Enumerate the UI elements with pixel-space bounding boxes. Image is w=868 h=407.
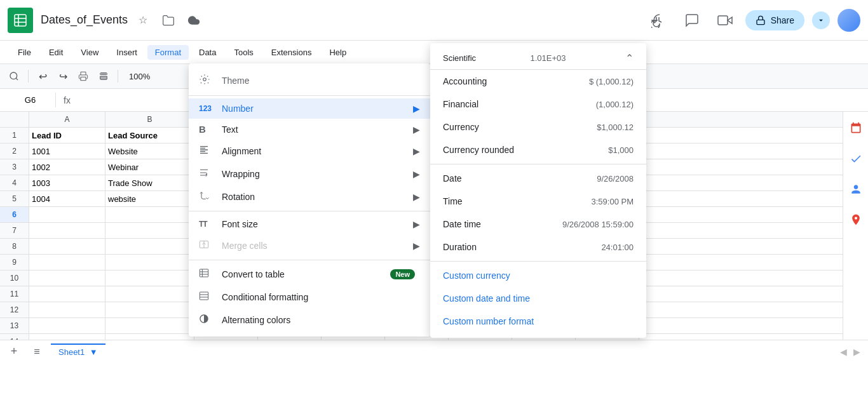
row-num-13[interactable]: 13 [0,318,29,333]
col-header-A[interactable]: A [29,112,105,127]
cell-A4[interactable]: 1003 [29,175,105,190]
user-avatar[interactable] [837,9,860,32]
cell-A9[interactable] [29,255,105,270]
cell-A2[interactable]: 1001 [29,143,105,159]
menu-tools[interactable]: Tools [226,45,261,60]
cell-B4[interactable]: Trade Show [105,175,194,190]
format-menu-alternating[interactable]: Alternating colors [189,309,430,331]
submenu-collapse-icon[interactable]: ⌃ [625,52,634,64]
row-num-6[interactable]: 6 [0,207,29,222]
cell-B2[interactable]: Website [105,143,194,159]
cell-A8[interactable] [29,239,105,254]
row-num-3[interactable]: 3 [0,159,29,175]
format-menu-text[interactable]: B Text ▶ [189,119,430,140]
cell-A13[interactable] [29,318,105,333]
sheet-list-button[interactable]: ≡ [28,343,46,361]
num-currency[interactable]: Currency $1,000.12 [430,116,646,138]
cell-A7[interactable] [29,223,105,238]
num-currency-rounded[interactable]: Currency rounded $1,000 [430,138,646,161]
menu-extensions[interactable]: Extensions [264,45,320,60]
cell-A1[interactable]: Lead ID [29,128,105,143]
row-num-11[interactable]: 11 [0,286,29,302]
format-menu-wrapping[interactable]: Wrapping ▶ [189,163,430,185]
scroll-left-icon[interactable]: ◀ [837,345,850,358]
cell-B10[interactable] [105,270,194,286]
cell-A11[interactable] [29,286,105,302]
cell-A10[interactable] [29,270,105,286]
row-num-2[interactable]: 2 [0,143,29,159]
menu-insert[interactable]: Insert [109,45,145,60]
format-menu-theme[interactable]: Theme [189,69,430,93]
scroll-right-icon[interactable]: ▶ [851,345,863,358]
cell-B13[interactable] [105,318,194,333]
cloud-icon[interactable] [184,10,204,30]
search-button[interactable] [5,67,23,85]
cell-B5[interactable]: website [105,191,194,206]
format-menu-alignment[interactable]: Alignment ▶ [189,140,430,163]
row-num-1[interactable]: 1 [0,128,29,143]
paint-format-button[interactable] [95,67,112,85]
redo-button[interactable]: ↪ [54,67,72,85]
top-icons: ☆ [133,10,204,30]
cell-A6[interactable] [29,207,105,222]
contacts-icon[interactable] [844,178,867,201]
col-header-B[interactable]: B [105,112,194,127]
menu-view[interactable]: View [73,45,106,60]
num-time[interactable]: Time 3:59:00 PM [430,190,646,213]
cell-A3[interactable]: 1002 [29,159,105,175]
num-accounting[interactable]: Accounting $ (1,000.12) [430,70,646,93]
star-icon[interactable]: ☆ [133,10,153,30]
num-custom-datetime[interactable]: Custom date and time [430,287,646,310]
format-menu-rotation[interactable]: Rotation ▶ [189,185,430,208]
format-menu-conditional[interactable]: Conditional formatting [189,286,430,309]
cell-B3[interactable]: Webinar [105,159,194,175]
format-menu-mergecells[interactable]: Merge cells ▶ [189,234,430,257]
num-datetime[interactable]: Date time 9/26/2008 15:59:00 [430,213,646,236]
row-num-4[interactable]: 4 [0,175,29,190]
video-icon[interactable] [712,8,738,33]
cell-B6[interactable] [105,207,194,222]
history-icon[interactable] [646,8,672,33]
menu-help[interactable]: Help [322,45,354,60]
row-num-12[interactable]: 12 [0,302,29,317]
cell-B9[interactable] [105,255,194,270]
row-num-9[interactable]: 9 [0,255,29,270]
cell-B1[interactable]: Lead Source [105,128,194,143]
zoom-display[interactable]: 100% [123,70,156,83]
calendar-icon[interactable] [844,117,867,140]
num-financial[interactable]: Financial (1,000.12) [430,93,646,116]
cell-B12[interactable] [105,302,194,317]
cell-B11[interactable] [105,286,194,302]
format-menu-fontsize[interactable]: TT Font size ▶ [189,214,430,234]
share-dropdown-btn[interactable] [812,11,830,29]
share-button[interactable]: Share [745,10,804,30]
row-num-7[interactable]: 7 [0,223,29,238]
undo-button[interactable]: ↩ [34,67,51,85]
format-menu-number[interactable]: 123 Number ▶ [189,98,430,119]
row-num-8[interactable]: 8 [0,239,29,254]
menu-edit[interactable]: Edit [41,45,71,60]
num-custom-number[interactable]: Custom number format [430,310,646,333]
num-date[interactable]: Date 9/26/2008 [430,167,646,190]
cell-reference-input[interactable]: G6 [5,93,56,107]
cell-B7[interactable] [105,223,194,238]
drive-folder-icon[interactable] [158,10,179,30]
cell-A5[interactable]: 1004 [29,191,105,206]
menu-format[interactable]: Format [147,45,189,60]
row-num-10[interactable]: 10 [0,270,29,286]
num-duration[interactable]: Duration 24:01:00 [430,236,646,258]
comment-icon[interactable] [679,8,705,33]
cell-B8[interactable] [105,239,194,254]
menu-file[interactable]: File [10,45,39,60]
num-custom-currency[interactable]: Custom currency [430,264,646,287]
maps-icon[interactable] [844,208,867,231]
print-button[interactable] [74,67,92,85]
format-menu-converttable[interactable]: Convert to table New [189,263,430,286]
menu-data[interactable]: Data [191,45,224,60]
wrapping-arrow-icon: ▶ [413,169,420,179]
add-sheet-button[interactable]: + [5,343,23,361]
sheet-tab-sheet1[interactable]: Sheet1 ▼ [51,344,105,359]
row-num-5[interactable]: 5 [0,191,29,206]
tasks-icon[interactable] [844,147,867,170]
cell-A12[interactable] [29,302,105,317]
